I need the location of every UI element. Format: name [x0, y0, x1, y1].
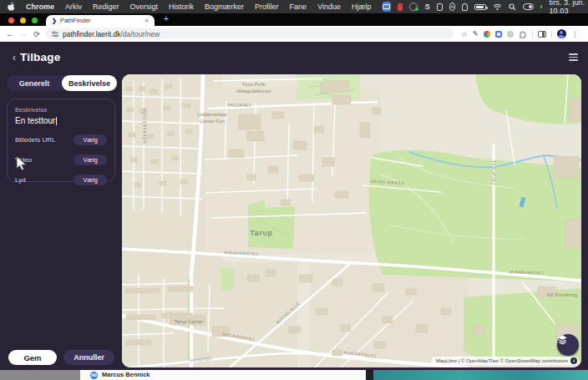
battery-icon[interactable] — [474, 3, 486, 12]
contact-avatar: MB — [90, 372, 98, 379]
url-path: /da/tour/new — [120, 30, 160, 38]
hamburger-menu-icon[interactable] — [569, 53, 578, 61]
map-layers-button[interactable] — [557, 334, 579, 356]
map-label: GF Forsikring — [547, 292, 577, 297]
apple-menu-icon[interactable] — [7, 2, 15, 12]
map-label: Tarup Center — [175, 319, 204, 324]
form-tabs: Generelt Beskrivelse — [7, 75, 117, 91]
app-grid-icon[interactable] — [462, 3, 468, 11]
tab-generelt[interactable]: Generelt — [7, 75, 62, 91]
menubar-clock[interactable]: tirs. 3. jun. 10.03 — [549, 0, 585, 15]
layers-icon — [557, 334, 568, 345]
save-button[interactable]: Gem — [8, 350, 57, 365]
blue-extension-icon[interactable] — [495, 31, 502, 38]
screen-mirroring-icon[interactable] — [383, 2, 392, 12]
attribution-text[interactable]: MapLibre | © OpenMapTiles © OpenStreetMa… — [436, 358, 568, 363]
description-value: En testtour — [15, 116, 55, 125]
map-canvas: Fyns PolitiHittegodskontorUddannelsesCen… — [122, 74, 581, 367]
site-settings-icon[interactable] — [52, 31, 58, 38]
back-chevron-icon: ‹ — [13, 53, 16, 63]
tab-strip: ❯ PathFinder × + — [0, 13, 588, 26]
map-attribution: MapLibre | © OpenMapTiles © OpenStreetMa… — [431, 357, 579, 365]
app-a-circle-icon[interactable]: A — [449, 3, 455, 11]
tab-beskrivelse[interactable]: Beskrivelse — [62, 75, 117, 91]
profile-avatar[interactable] — [557, 29, 566, 38]
status-dot-icon[interactable] — [409, 3, 418, 12]
tab-title: PathFinder — [60, 17, 141, 24]
disabled-extension-icon[interactable] — [507, 31, 514, 38]
browser-tab[interactable]: ❯ PathFinder × — [46, 15, 155, 26]
map[interactable]: Fyns PolitiHittegodskontorUddannelsesCen… — [122, 74, 581, 367]
camera-active-dot — [540, 5, 543, 8]
map-label: Uddannelses — [197, 112, 226, 117]
image-url-row: Billedets URL Vælg — [15, 134, 107, 145]
close-tab-icon[interactable]: × — [144, 17, 149, 24]
browser-toolbar: ← → ⟳ pathfinder.laerit.dk/da/tour/new ☆… — [0, 26, 588, 42]
image-url-choose-button[interactable]: Vælg — [74, 134, 107, 146]
menu-vindue[interactable]: Vindue — [317, 3, 341, 11]
map-label: Tarup — [250, 229, 273, 237]
menu-historik[interactable]: Historik — [169, 3, 194, 11]
map-label: Center Fyn — [200, 119, 225, 124]
menu-oversigt[interactable]: Oversigt — [130, 3, 159, 11]
back-button[interactable]: ‹ Tilbage — [13, 51, 60, 63]
audio-choose-button[interactable]: Vælg — [74, 175, 107, 186]
pathfinder-favicon: ❯ — [52, 18, 57, 23]
image-url-label: Billedets URL — [15, 136, 55, 144]
zoom-window-button[interactable] — [32, 18, 38, 23]
toolbar-divider — [551, 30, 552, 38]
address-bar[interactable]: pathfinder.laerit.dk/da/tour/new — [46, 28, 454, 39]
description-label: Beskrivelse — [15, 106, 107, 114]
map-label: Fyns Politi — [242, 82, 266, 87]
back-label: Tilbage — [20, 51, 60, 63]
colorful-extension-icon[interactable] — [484, 31, 490, 38]
reload-icon[interactable]: ⟳ — [33, 30, 40, 38]
menu-arkiv[interactable]: Arkiv — [65, 3, 82, 11]
recording-icon[interactable] — [398, 3, 403, 11]
macos-menubar: Chrome Arkiv Rediger Oversigt Historik B… — [0, 0, 588, 13]
background-window-divider — [366, 370, 373, 380]
chrome-window: ❯ PathFinder × + ← → ⟳ pathfinder.laerit… — [0, 13, 588, 370]
menu-rediger[interactable]: Rediger — [93, 3, 119, 11]
cancel-button[interactable]: Annuller — [63, 350, 114, 365]
app-square-icon[interactable] — [437, 3, 443, 11]
app-s-icon[interactable]: S — [425, 3, 430, 12]
menu-bogmaerker[interactable]: Bogmærker — [205, 3, 244, 11]
video-choose-button[interactable]: Vælg — [74, 155, 107, 166]
menu-fane[interactable]: Fane — [290, 3, 307, 11]
pen-extension-icon[interactable]: ✎ — [473, 30, 479, 38]
spotlight-search-icon[interactable] — [509, 3, 516, 12]
menubar-app-name[interactable]: Chrome — [26, 3, 54, 11]
forward-icon[interactable]: → — [20, 30, 28, 38]
new-tab-button[interactable]: + — [164, 14, 169, 23]
background-window-edge[interactable] — [0, 370, 80, 380]
back-icon[interactable]: ← — [6, 30, 14, 38]
control-center-icon[interactable] — [523, 3, 534, 12]
contact-name: Marcus Bennick — [102, 372, 150, 378]
background-image-area[interactable] — [373, 370, 588, 380]
extensions-puzzle-icon[interactable] — [519, 30, 527, 38]
map-label: FUGLEBAKKEN — [142, 109, 147, 144]
audio-label: Lyd — [15, 176, 26, 184]
video-row: Video Vælg — [15, 155, 107, 165]
url-text[interactable]: pathfinder.laerit.dk/da/tour/new — [63, 30, 160, 38]
mouse-cursor — [16, 155, 27, 175]
description-input[interactable]: En testtour — [15, 116, 107, 125]
wifi-icon[interactable] — [493, 3, 502, 12]
map-label: THUJAVEJ — [227, 103, 251, 108]
attribution-info-icon[interactable]: i — [570, 357, 577, 364]
pathfinder-app: ‹ Tilbage Generelt Beskrivelse Beskrivel… — [0, 42, 588, 370]
menu-hjaelp[interactable]: Hjælp — [352, 3, 372, 11]
map-label: Hittegodskontor — [236, 89, 271, 94]
audio-row: Lyd Vælg — [15, 175, 107, 185]
chrome-menu-icon[interactable]: ⋮ — [571, 30, 579, 38]
background-window-sliver: MB Marcus Bennick — [0, 370, 588, 380]
toolbar-divider — [532, 30, 533, 38]
background-contact-row[interactable]: MB Marcus Bennick — [80, 370, 366, 380]
bookmark-star-icon[interactable]: ☆ — [461, 30, 468, 38]
side-panel-icon[interactable] — [538, 31, 546, 38]
close-window-button[interactable] — [8, 18, 14, 23]
menu-profiler[interactable]: Profiler — [255, 3, 279, 11]
map-label: TARUPVEJ — [491, 160, 496, 185]
minimize-window-button[interactable] — [20, 18, 26, 23]
